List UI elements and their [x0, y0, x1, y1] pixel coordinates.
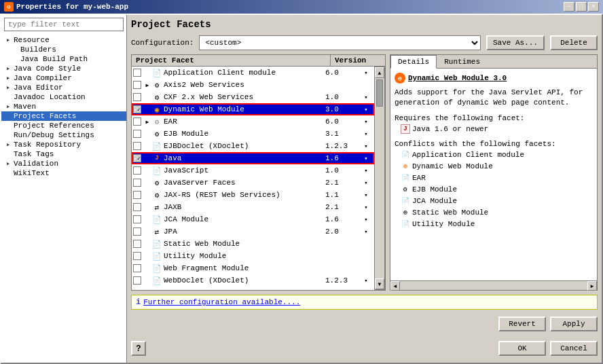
version-dropdown[interactable]: ▾ [359, 143, 373, 150]
maximize-button[interactable]: □ [576, 2, 587, 12]
sidebar-item-javadoc[interactable]: Javadoc Location [1, 92, 126, 102]
version-dropdown[interactable]: ▾ [359, 277, 373, 285]
sidebar-item-task-repository[interactable]: Task Repository [1, 140, 126, 149]
scroll-thumb[interactable] [376, 79, 383, 107]
facet-checkbox-ejb[interactable] [133, 130, 141, 138]
version-dropdown[interactable]: ▾ [359, 192, 373, 199]
tab-runtimes[interactable]: Runtimes [437, 55, 488, 69]
conflicts-label: Conflicts with the following facets: [395, 140, 593, 148]
sidebar-item-java-code-style[interactable]: Java Code Style [1, 64, 126, 73]
facet-checkbox-app-client[interactable] [133, 69, 141, 77]
minimize-button[interactable]: − [564, 2, 574, 12]
help-button[interactable]: ? [131, 341, 146, 356]
facet-row-jpa[interactable]: ⇄ JPA 2.0 ▾ [132, 225, 374, 238]
facet-checkbox-ear[interactable] [133, 117, 141, 126]
version-dropdown[interactable]: ▾ [359, 204, 373, 211]
facet-checkbox-jaxb[interactable] [133, 203, 141, 211]
version-dropdown[interactable]: ▾ [359, 130, 373, 138]
facet-checkbox-javascript[interactable] [133, 166, 141, 175]
cancel-button[interactable]: Cancel [550, 341, 598, 356]
sidebar-item-run-debug[interactable]: Run/Debug Settings [1, 130, 126, 140]
window-controls[interactable]: − □ × [564, 2, 599, 12]
scroll-down-button[interactable]: ▼ [375, 278, 384, 289]
version-dropdown[interactable]: ▾ [359, 155, 373, 162]
config-select[interactable]: <custom> [199, 35, 481, 50]
sidebar-item-wikitext[interactable]: WikiText [1, 168, 126, 178]
scroll-right-button[interactable]: ► [587, 281, 597, 291]
facet-row-java[interactable]: ✓ J Java 1.6 ▾ [132, 152, 374, 164]
facet-row-static-web[interactable]: 📄 Static Web Module [132, 238, 374, 250]
version-dropdown[interactable]: ▾ [359, 106, 373, 113]
scroll-left-button[interactable]: ◄ [390, 281, 400, 291]
facet-row-ejbdoclet[interactable]: 📄 EJBDoclet (XDoclet) 1.2.3 ▾ [132, 140, 374, 152]
facet-row-axis2[interactable]: ▶ ⚙ Axis2 Web Services [132, 79, 374, 91]
module-description: Adds support for the Java Servlet API, f… [395, 88, 593, 109]
facets-table-body[interactable]: 📄 Application Client module 6.0 ▾ ▶ ⚙ Ax [132, 67, 374, 290]
facet-row-dynamic-web[interactable]: ✓ ◉ Dynamic Web Module 3.0 ▾ [132, 103, 374, 115]
facet-checkbox-web-fragment[interactable] [133, 264, 141, 272]
sidebar-item-builders[interactable]: Builders [1, 45, 126, 54]
version-dropdown[interactable]: ▾ [359, 179, 373, 187]
version-dropdown[interactable]: ▾ [359, 118, 373, 126]
facet-row-ejb[interactable]: ⚙ EJB Module 3.1 ▾ [132, 128, 374, 140]
facet-row-javascript[interactable]: 📄 JavaScript 1.0 ▾ [132, 164, 374, 177]
facet-row-utility[interactable]: 📄 Utility Module [132, 250, 374, 262]
facet-checkbox-dynamic-web[interactable]: ✓ [133, 105, 141, 113]
facet-row-ear[interactable]: ▶ ⚙ EAR 6.0 ▾ [132, 115, 374, 128]
sidebar-item-java-editor[interactable]: Java Editor [1, 83, 126, 92]
details-horizontal-scrollbar[interactable]: ◄ ► [390, 280, 597, 290]
facet-checkbox-java[interactable]: ✓ [133, 154, 141, 162]
apply-button[interactable]: Apply [550, 316, 598, 331]
revert-button[interactable]: Revert [498, 316, 546, 331]
sidebar-item-resource[interactable]: Resource [1, 35, 126, 45]
version-dropdown[interactable]: ▾ [359, 228, 373, 236]
facets-scrollbar[interactable]: ▲ ▼ [374, 67, 385, 290]
further-config-link[interactable]: Further configuration available.... [143, 298, 300, 306]
facet-checkbox-jca[interactable] [133, 215, 141, 223]
facet-row-webdoclet[interactable]: 📄 WebDoclet (XDoclet) 1.2.3 ▾ [132, 274, 374, 287]
facet-checkbox-axis2[interactable] [133, 81, 141, 89]
facet-row-jca[interactable]: 📄 JCA Module 1.6 ▾ [132, 213, 374, 225]
facet-checkbox-static-web[interactable] [133, 240, 141, 248]
doc-icon: 📄 [151, 68, 162, 77]
sidebar-item-label: Maven [14, 103, 36, 111]
tab-details[interactable]: Details [390, 55, 437, 69]
filter-input[interactable] [4, 18, 124, 31]
facet-checkbox-webdoclet[interactable] [133, 276, 141, 285]
version-dropdown[interactable]: ▾ [359, 94, 373, 101]
facet-row-cxf2[interactable]: ⚙ CXF 2.x Web Services 1.0 ▾ [132, 91, 374, 103]
save-as-button[interactable]: Save As... [486, 35, 545, 50]
facet-checkbox-cxf2[interactable] [133, 93, 141, 101]
expand-icon [4, 84, 12, 92]
facet-row-web-fragment[interactable]: 📄 Web Fragment Module [132, 262, 374, 274]
facet-checkbox-ejbdoclet[interactable] [133, 142, 141, 150]
sidebar-item-task-tags[interactable]: Task Tags [1, 149, 126, 159]
sidebar-item-maven[interactable]: Maven [1, 102, 126, 111]
facet-row-app-client[interactable]: 📄 Application Client module 6.0 ▾ [132, 67, 374, 79]
version-dropdown[interactable]: ▾ [359, 216, 373, 223]
facet-checkbox-jpa[interactable] [133, 228, 141, 236]
close-button[interactable]: × [588, 2, 599, 12]
sidebar-item-java-build-path[interactable]: Java Build Path [1, 54, 126, 64]
sidebar-item-project-facets[interactable]: Project Facets [1, 111, 126, 121]
sidebar-item-validation[interactable]: Validation [1, 159, 126, 168]
facet-name: JavaScript [164, 166, 325, 175]
app-icon: ⚙ [4, 2, 14, 12]
facet-name: EJBDoclet (XDoclet) [164, 142, 325, 150]
facet-version: 2.1 [325, 179, 359, 187]
webdoclet-icon: 📄 [151, 276, 162, 285]
module-title-row: ⊕ Dynamic Web Module 3.0 [395, 73, 593, 84]
facet-row-jsf[interactable]: ⚙ JavaServer Faces 2.1 ▾ [132, 177, 374, 189]
sidebar-item-project-references[interactable]: Project References [1, 121, 126, 130]
version-dropdown[interactable]: ▾ [359, 167, 373, 175]
scroll-up-button[interactable]: ▲ [375, 67, 384, 78]
version-dropdown[interactable]: ▾ [359, 69, 373, 77]
ok-button[interactable]: OK [498, 341, 546, 356]
facet-row-jaxb[interactable]: ⇄ JAXB 2.1 ▾ [132, 201, 374, 213]
facet-checkbox-jax-rs[interactable] [133, 191, 141, 199]
facet-checkbox-utility[interactable] [133, 252, 141, 260]
facet-row-jax-rs[interactable]: ⚙ JAX-RS (REST Web Services) 1.1 ▾ [132, 189, 374, 201]
sidebar-item-java-compiler[interactable]: Java Compiler [1, 73, 126, 83]
facet-checkbox-jsf[interactable] [133, 179, 141, 187]
delete-button[interactable]: Delete [550, 35, 598, 50]
